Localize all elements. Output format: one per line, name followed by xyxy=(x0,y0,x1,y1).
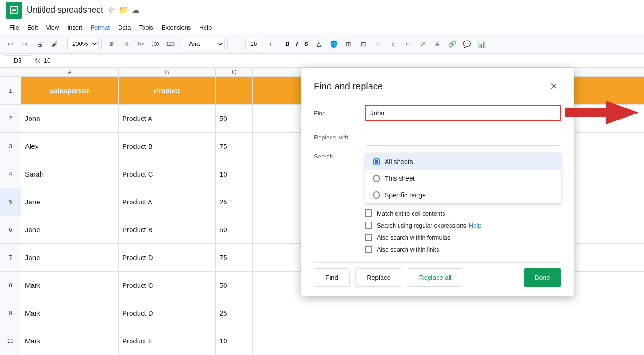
col-header-b[interactable]: B xyxy=(119,68,216,76)
checkbox-row-2: Search using regular expressions Help xyxy=(365,222,561,229)
menu-view[interactable]: View xyxy=(42,23,63,32)
cell-c[interactable]: 50 xyxy=(216,216,253,243)
cell-b[interactable]: Product C xyxy=(119,272,216,299)
valign-button[interactable]: ↕ xyxy=(387,38,400,51)
increase-font-button[interactable]: + xyxy=(264,38,277,51)
menu-extensions[interactable]: Extensions xyxy=(158,23,195,32)
cell-c[interactable] xyxy=(216,77,253,104)
dialog-header: Find and replace ✕ xyxy=(314,79,561,94)
rotate-button[interactable]: ↗ xyxy=(416,38,429,51)
search-option-this-sheet[interactable]: This sheet xyxy=(365,170,561,187)
folder-icon[interactable]: 📁 xyxy=(119,6,128,14)
chart-button[interactable]: 📊 xyxy=(475,38,488,51)
cell-c[interactable]: 50 xyxy=(216,105,253,132)
row-number: 10 xyxy=(0,327,21,355)
specific-range-label: Specific range xyxy=(385,191,426,199)
font-size-input[interactable] xyxy=(245,38,262,50)
replace-button[interactable]: Replace xyxy=(355,268,402,287)
menu-file[interactable]: File xyxy=(6,23,23,32)
format-123-button[interactable]: 123 xyxy=(164,38,177,51)
bold-button[interactable]: B xyxy=(283,38,292,50)
cell-b[interactable]: Product D xyxy=(119,299,216,327)
col-header-a[interactable]: A xyxy=(21,68,119,76)
cell-b[interactable]: Product E xyxy=(119,327,216,355)
cell-a[interactable]: John xyxy=(21,105,119,132)
paint-format-button[interactable]: 🖌 xyxy=(48,38,61,51)
done-button[interactable]: Done xyxy=(524,268,561,287)
wrap-button[interactable]: ↵ xyxy=(401,38,414,51)
cb-formulas[interactable] xyxy=(365,234,372,241)
cell-c[interactable]: 25 xyxy=(216,188,253,216)
cell-b[interactable]: Product B xyxy=(119,133,216,160)
cell-b[interactable]: Product C xyxy=(119,160,216,188)
percent-button[interactable]: % xyxy=(119,38,132,51)
zoom-selector[interactable]: 200% xyxy=(67,38,99,50)
text-color2-button[interactable]: A xyxy=(431,38,444,51)
menu-edit[interactable]: Edit xyxy=(24,23,41,32)
star-icon[interactable]: ☆ xyxy=(108,5,115,15)
borders-button[interactable]: ⊞ xyxy=(342,38,355,51)
cb-match-entire[interactable] xyxy=(365,209,372,217)
italic-button[interactable]: I xyxy=(294,38,300,50)
cell-a[interactable]: Jane xyxy=(21,188,119,216)
link-button[interactable]: 🔗 xyxy=(446,38,459,51)
cell-a[interactable]: Jane xyxy=(21,216,119,243)
find-input[interactable] xyxy=(365,105,561,121)
strikethrough-button[interactable]: S xyxy=(302,38,311,50)
decrease-decimals-button[interactable]: .0↙ xyxy=(134,38,147,51)
find-button[interactable]: Find xyxy=(314,268,350,287)
cell-a[interactable]: Mark xyxy=(21,327,119,355)
menu-data[interactable]: Data xyxy=(114,23,134,32)
dialog-title: Find and replace xyxy=(314,81,383,92)
cell-c[interactable]: 75 xyxy=(216,133,253,160)
search-option-specific-range[interactable]: Specific range xyxy=(365,187,561,203)
search-label: Search xyxy=(314,153,365,160)
cell-a[interactable]: Alex xyxy=(21,133,119,160)
cell-a[interactable]: Salesperson xyxy=(21,77,119,104)
col-header-c[interactable]: C xyxy=(216,68,253,76)
cell-b[interactable]: Product B xyxy=(119,216,216,243)
align-button[interactable]: ≡ xyxy=(372,38,385,51)
font-selector[interactable]: Arial xyxy=(183,38,225,50)
cb-regex[interactable] xyxy=(365,222,372,229)
cell-a[interactable]: Jane xyxy=(21,244,119,271)
cell-b[interactable]: Product xyxy=(119,77,216,104)
search-option-all-sheets[interactable]: All sheets xyxy=(365,153,561,170)
currency-button[interactable]: $ xyxy=(105,38,118,51)
menu-insert[interactable]: Insert xyxy=(63,23,86,32)
cell-b[interactable]: Product A xyxy=(119,105,216,132)
increase-decimals-button[interactable]: .00 xyxy=(149,38,162,51)
decrease-font-button[interactable]: − xyxy=(231,38,244,51)
comment-button[interactable]: 💬 xyxy=(461,38,474,51)
cell-a[interactable]: Mark xyxy=(21,299,119,327)
cell-c[interactable]: 10 xyxy=(216,327,253,355)
cb-links[interactable] xyxy=(365,246,372,253)
search-row: Search All sheets This sheet Specific ra… xyxy=(314,153,561,204)
menu-help[interactable]: Help xyxy=(195,23,215,32)
formula-value: 10 xyxy=(44,57,50,64)
cell-c[interactable]: 10 xyxy=(216,160,253,188)
cell-b[interactable]: Product A xyxy=(119,188,216,216)
fill-color-button[interactable]: 🪣 xyxy=(327,38,340,51)
cell-c[interactable]: 50 xyxy=(216,272,253,299)
replace-input[interactable] xyxy=(365,129,561,146)
cell-c[interactable]: 25 xyxy=(216,299,253,327)
cell-reference[interactable]: D5 xyxy=(4,55,31,66)
menu-tools[interactable]: Tools xyxy=(135,23,156,32)
merge-cells-button[interactable]: ⊟ xyxy=(357,38,370,51)
help-link[interactable]: Help xyxy=(469,222,481,229)
text-color-button[interactable]: A xyxy=(313,38,325,51)
undo-button[interactable]: ↩ xyxy=(4,38,17,51)
cell-b[interactable]: Product D xyxy=(119,244,216,271)
cloud-icon[interactable]: ☁ xyxy=(132,6,139,14)
menu-format[interactable]: Format xyxy=(87,23,113,32)
cell-c[interactable]: 75 xyxy=(216,244,253,271)
cell-a[interactable]: Mark xyxy=(21,272,119,299)
top-bar: Untitled spreadsheet ☆ 📁 ☁ xyxy=(0,0,644,20)
dialog-close-button[interactable]: ✕ xyxy=(546,79,561,94)
redo-button[interactable]: ↪ xyxy=(19,38,31,51)
cell-a[interactable]: Sarah xyxy=(21,160,119,188)
table-row: 9MarkProduct D25 xyxy=(0,299,644,327)
print-button[interactable]: 🖨 xyxy=(33,38,46,51)
replace-all-button[interactable]: Replace all xyxy=(408,268,463,287)
